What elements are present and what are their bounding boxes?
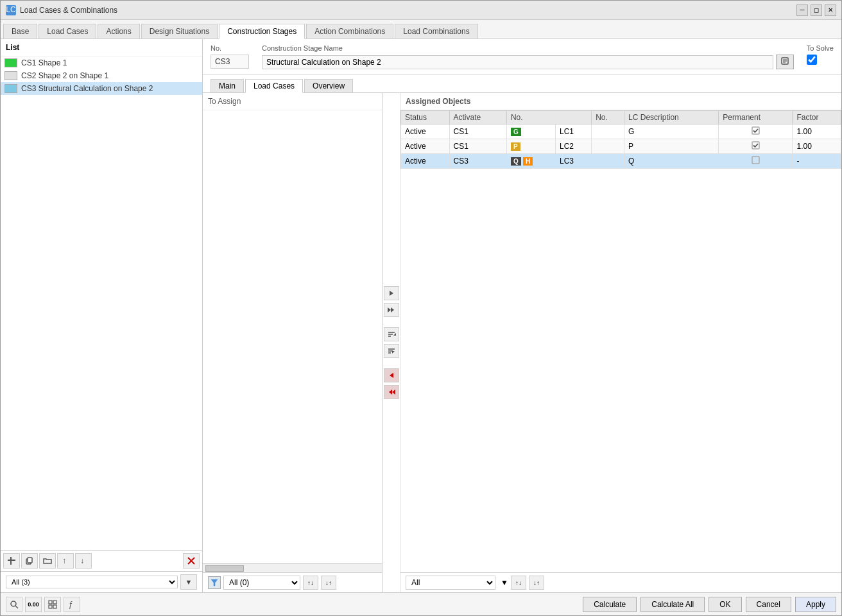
inner-tab-overview[interactable]: Overview [304, 79, 353, 92]
tab-design-situations[interactable]: Design Situations [141, 24, 218, 38]
tab-base[interactable]: Base [3, 24, 37, 38]
cell-lc-no-3: LC3 [555, 154, 591, 169]
cell-permanent-2[interactable] [719, 139, 793, 154]
tab-construction-stages[interactable]: Construction Stages [219, 24, 305, 39]
minimize-button[interactable]: ─ [796, 4, 808, 16]
transfer-buttons [382, 93, 400, 592]
right-sort-desc-button[interactable]: ↓↑ [529, 576, 544, 590]
sort-up-button[interactable]: ↑ [57, 553, 74, 569]
to-solve-checkbox[interactable] [807, 55, 817, 65]
script-button[interactable]: ƒ [64, 597, 80, 612]
svg-marker-26 [390, 373, 393, 378]
tab-action-combinations[interactable]: Action Combinations [306, 24, 393, 38]
list-filter-select[interactable]: All (3) [6, 576, 178, 588]
left-toolbar: ↑ ↓ [1, 550, 202, 571]
list-item-label-cs3: CS3 Structural Calculation on Shape 2 [21, 84, 153, 93]
filter-expand-button[interactable]: ▼ [180, 574, 197, 590]
apply-button[interactable]: Apply [795, 597, 836, 612]
svg-marker-14 [211, 579, 218, 586]
list-item[interactable]: CS2 Shape 2 on Shape 1 [1, 69, 202, 82]
svg-rect-36 [49, 605, 52, 608]
to-solve-label: To Solve [807, 44, 834, 52]
folder-button[interactable] [39, 553, 56, 569]
sort-assigned-asc-button[interactable] [384, 327, 399, 341]
search-button[interactable] [6, 597, 22, 612]
tab-load-cases[interactable]: Load Cases [39, 24, 96, 38]
name-field-group: Construction Stage Name [262, 44, 794, 69]
cell-badge-2: P [506, 139, 555, 154]
list-item[interactable]: CS1 Shape 1 [1, 56, 202, 69]
svg-rect-37 [53, 605, 56, 608]
cell-desc-3: Q [624, 154, 719, 169]
svg-rect-34 [49, 601, 52, 604]
cell-lc-no-2: LC2 [555, 139, 591, 154]
right-filter-dropdown[interactable]: All [406, 576, 495, 590]
list-area: CS1 Shape 1 CS2 Shape 2 on Shape 1 CS3 S… [1, 56, 202, 550]
filter-icon-left[interactable] [208, 576, 221, 589]
transfer-left-all-button[interactable] [384, 385, 399, 399]
right-bottom-toolbar: All ▼ ↑↓ ↓↑ [400, 572, 841, 592]
window-controls: ─ ◻ ✕ [796, 4, 836, 16]
cell-status-1: Active [401, 124, 450, 139]
assigned-row[interactable]: Active CS1 P LC2 P 1.00 [401, 139, 841, 154]
cell-permanent-1[interactable] [719, 124, 793, 139]
col-header-lc-no: No. [592, 111, 624, 124]
svg-rect-30 [752, 142, 759, 149]
transfer-left-button[interactable] [384, 368, 399, 382]
inner-tab-load-cases[interactable]: Load Cases [245, 79, 303, 93]
svg-text:↑: ↑ [62, 556, 66, 565]
cell-permanent-3[interactable] [719, 154, 793, 169]
tab-actions[interactable]: Actions [98, 24, 139, 38]
no-label: No. [210, 44, 249, 52]
cell-desc-2: P [624, 139, 719, 154]
color-swatch-cs3 [4, 84, 17, 93]
cell-cs-3: CS3 [449, 154, 506, 169]
cell-lc-no-1: LC1 [555, 124, 591, 139]
right-panel: No. CS3 Construction Stage Name To Solve [203, 39, 841, 592]
list-header: List [1, 39, 202, 56]
inner-tab-main[interactable]: Main [210, 79, 244, 92]
left-scrollbar[interactable] [203, 563, 382, 572]
transfer-right-button[interactable] [384, 286, 399, 300]
color-swatch-cs2 [4, 71, 17, 80]
left-panel: List CS1 Shape 1 CS2 Shape 2 on Shape 1 … [1, 39, 203, 592]
grid-button[interactable] [44, 597, 61, 612]
svg-marker-16 [388, 307, 391, 312]
close-button[interactable]: ✕ [825, 4, 836, 16]
left-filter-dropdown[interactable]: All (0) [223, 576, 300, 590]
left-sort-desc-button[interactable]: ↓↑ [321, 576, 336, 590]
svg-line-33 [15, 606, 18, 608]
calculate-button[interactable]: Calculate [583, 597, 637, 612]
cell-status-2: Active [401, 139, 450, 154]
to-assign-header: To Assign [203, 93, 382, 110]
to-assign-content [203, 110, 382, 563]
assigned-row-selected[interactable]: Active CS3 Q H LC3 Q [401, 154, 841, 169]
badge-h: H [523, 157, 533, 166]
svg-marker-28 [392, 389, 395, 395]
value-button[interactable]: 0.00 [25, 597, 42, 612]
cancel-button[interactable]: Cancel [746, 597, 791, 612]
list-filter-bar: All (3) ▼ [1, 571, 202, 592]
assigned-table-wrapper: Status Activate No. No. LC Description P… [400, 110, 841, 572]
calculate-all-button[interactable]: Calculate All [640, 597, 705, 612]
sort-down-button[interactable]: ↓ [75, 553, 92, 569]
maximize-button[interactable]: ◻ [811, 4, 822, 16]
right-sort-asc-button[interactable]: ↑↓ [511, 576, 526, 590]
tab-load-combinations[interactable]: Load Combinations [395, 24, 477, 38]
add-button[interactable] [3, 553, 20, 569]
main-tab-bar: Base Load Cases Actions Design Situation… [1, 20, 841, 39]
name-input[interactable] [262, 55, 773, 69]
name-edit-button[interactable] [776, 55, 794, 69]
right-panel-top: No. CS3 Construction Stage Name To Solve [203, 39, 841, 75]
svg-point-32 [11, 601, 16, 606]
sort-assigned-desc-button[interactable] [384, 344, 399, 358]
assigned-row[interactable]: Active CS1 G LC1 G 1.00 [401, 124, 841, 139]
left-sort-asc-button[interactable]: ↑↓ [303, 576, 318, 590]
list-item-selected[interactable]: CS3 Structural Calculation on Shape 2 [1, 82, 202, 95]
transfer-right-all-button[interactable] [384, 303, 399, 317]
delete-button[interactable] [183, 553, 200, 569]
ok-button[interactable]: OK [709, 597, 741, 612]
svg-text:ƒ: ƒ [69, 600, 73, 609]
copy-button[interactable] [21, 553, 38, 569]
cell-factor-2: 1.00 [793, 139, 841, 154]
